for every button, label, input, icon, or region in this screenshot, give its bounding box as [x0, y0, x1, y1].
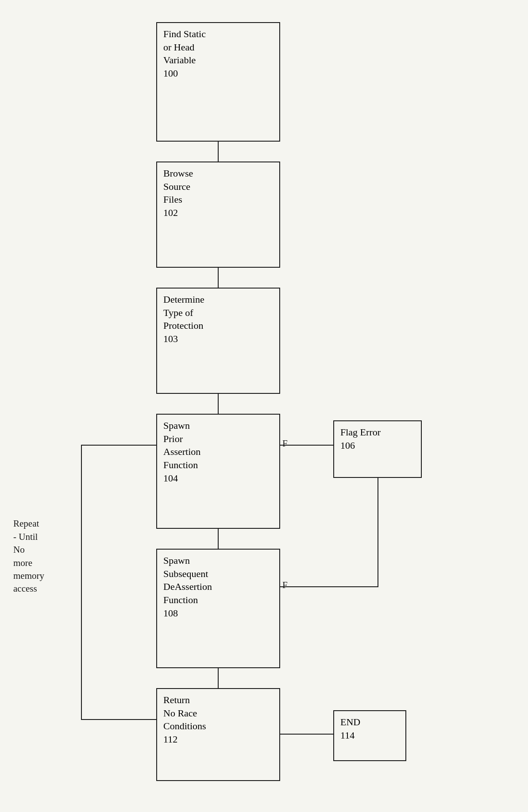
flag-error-label: Flag Error 106: [340, 426, 415, 452]
f2-label: F: [282, 580, 288, 591]
end-box: END 114: [333, 710, 406, 761]
browse-source-box: Browse Source Files 102: [156, 162, 280, 268]
spawn-prior-label: Spawn Prior Assertion Function 104: [163, 419, 273, 485]
f1-label: F: [282, 438, 288, 449]
browse-source-label: Browse Source Files 102: [163, 167, 273, 219]
conn-1: [218, 142, 219, 162]
return-no-race-box: Return No Race Conditions 112: [156, 688, 280, 781]
diagram: Find Static or Head Variable 100 Browse …: [0, 0, 528, 812]
conn-4h: [280, 445, 333, 446]
loop-top-h: [81, 445, 156, 446]
determine-type-label: Determine Type of Protection 103: [163, 293, 273, 346]
conn-5: [218, 529, 219, 549]
conn-3: [218, 394, 219, 414]
conn-2: [218, 268, 219, 288]
spawn-subsequent-label: Spawn Subsequent DeAssertion Function 10…: [163, 554, 273, 620]
spawn-subsequent-box: Spawn Subsequent DeAssertion Function 10…: [156, 549, 280, 668]
determine-type-box: Determine Type of Protection 103: [156, 288, 280, 394]
find-static-label: Find Static or Head Variable 100: [163, 27, 273, 80]
return-no-race-label: Return No Race Conditions 112: [163, 693, 273, 746]
repeat-until-label: Repeat - Until No more memory access: [13, 504, 79, 596]
spawn-prior-box: Spawn Prior Assertion Function 104: [156, 414, 280, 529]
flag-error-box: Flag Error 106: [333, 420, 422, 478]
end-label: END 114: [340, 716, 399, 742]
conn-8h: [280, 734, 333, 735]
conn-6v: [378, 478, 378, 587]
conn-7: [218, 668, 219, 688]
loop-left-v: [81, 445, 82, 719]
conn-6h: [280, 586, 378, 587]
loop-bottom-h: [81, 719, 156, 720]
find-static-box: Find Static or Head Variable 100: [156, 22, 280, 142]
